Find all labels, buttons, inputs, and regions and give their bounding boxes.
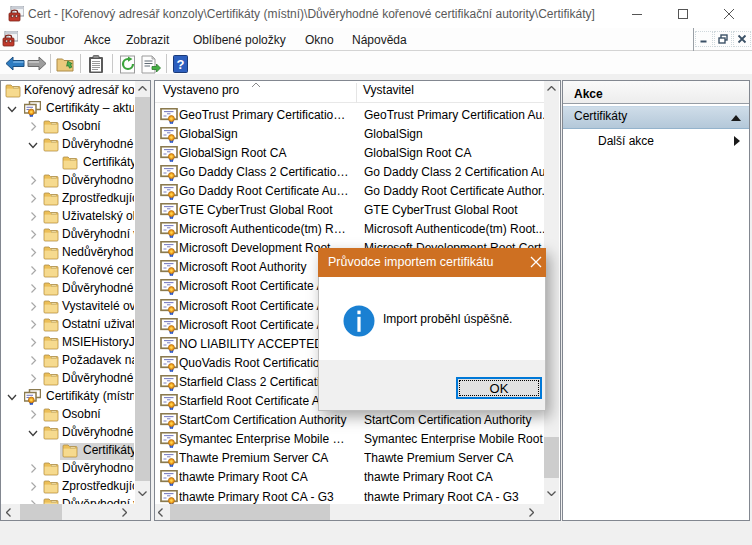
svg-text:?: ?	[177, 57, 185, 72]
